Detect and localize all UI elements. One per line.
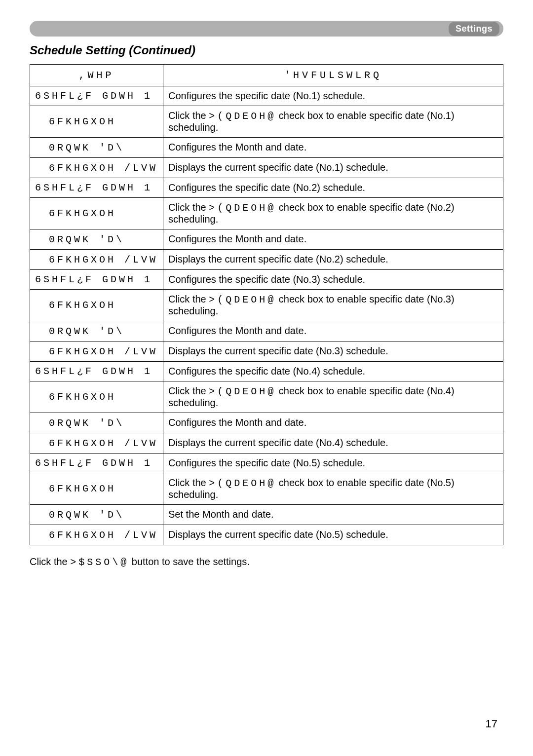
child-item-label: 0RQWK 'D\ — [49, 234, 124, 245]
section-badge: Settings — [449, 22, 499, 36]
parent-item: 6SHFL¿F GDWH 1 — [30, 454, 163, 473]
desc-pre: Configures the Month and date. — [168, 233, 306, 244]
child-item-label: 6FKHGXOH — [49, 391, 116, 403]
child-item-label: 6FKHGXOH — [49, 208, 116, 219]
child-description: Configures the Month and date. — [163, 413, 503, 433]
header-bar-inner: Settings — [30, 21, 503, 37]
child-item: 6FKHGXOH — [30, 381, 163, 413]
child-item-label: 6FKHGXOH /LVW — [49, 162, 158, 174]
apply-button-ref: >$SSO\@ — [70, 557, 129, 568]
child-description: Click the >(QDEOH@ check box to enable s… — [163, 473, 503, 505]
desc-pre: Set the Month and date. — [168, 509, 274, 520]
parent-item: 6SHFL¿F GDWH 1 — [30, 270, 163, 290]
desc-pre: Configures the Month and date. — [168, 417, 306, 428]
page-number: 17 — [486, 718, 497, 730]
enable-ref: >(QDEOH@ — [209, 202, 276, 214]
child-item-label: 0RQWK 'D\ — [49, 142, 124, 153]
child-item: 0RQWK 'D\ — [30, 229, 163, 250]
child-description: Configures the Month and date. — [163, 229, 503, 250]
desc-pre: Click the — [168, 477, 209, 488]
desc-pre: Displays the current specific date (No.2… — [168, 254, 388, 265]
child-item-label: 0RQWK 'D\ — [49, 509, 124, 521]
desc-pre: Click the — [168, 202, 209, 213]
child-description: Set the Month and date. — [163, 505, 503, 525]
parent-description: Configures the specific date (No.5) sche… — [163, 454, 503, 473]
child-item-label: 6FKHGXOH — [49, 300, 116, 311]
enable-ref: >(QDEOH@ — [209, 111, 276, 122]
column-header-item: ,WHP — [30, 65, 163, 86]
header-bar: Settings — [0, 0, 533, 37]
child-item: 6FKHGXOH /LVW — [30, 250, 163, 270]
child-item-label: 6FKHGXOH — [49, 116, 116, 127]
child-item: 6FKHGXOH — [30, 106, 163, 138]
child-item-label: 6FKHGXOH /LVW — [49, 346, 158, 357]
child-item: 0RQWK 'D\ — [30, 321, 163, 341]
column-header-description: 'HVFULSWLRQ — [163, 65, 503, 86]
child-description: Displays the current specific date (No.4… — [163, 433, 503, 454]
child-item: 6FKHGXOH /LVW — [30, 341, 163, 362]
child-description: Displays the current specific date (No.3… — [163, 341, 503, 362]
desc-pre: Configures the Month and date. — [168, 325, 306, 336]
child-item: 6FKHGXOH — [30, 473, 163, 505]
child-description: Displays the current specific date (No.5… — [163, 525, 503, 545]
note-text-pre: Click the — [30, 556, 70, 567]
child-item-label: 6FKHGXOH — [49, 483, 116, 494]
child-item-label: 6FKHGXOH /LVW — [49, 529, 158, 541]
child-item-label: 6FKHGXOH /LVW — [49, 254, 158, 265]
desc-pre: Displays the current specific date (No.5… — [168, 529, 388, 540]
child-item-label: 0RQWK 'D\ — [49, 326, 124, 337]
child-item-label: 0RQWK 'D\ — [49, 417, 124, 429]
save-note: Click the >$SSO\@ button to save the set… — [30, 556, 503, 568]
note-text-post: button to save the settings. — [129, 556, 250, 567]
enable-ref: >(QDEOH@ — [209, 294, 276, 305]
child-item: 6FKHGXOH /LVW — [30, 433, 163, 454]
enable-ref: >(QDEOH@ — [209, 478, 276, 489]
child-description: Click the >(QDEOH@ check box to enable s… — [163, 381, 503, 413]
child-description: Click the >(QDEOH@ check box to enable s… — [163, 106, 503, 138]
desc-pre: Click the — [168, 294, 209, 304]
child-description: Click the >(QDEOH@ check box to enable s… — [163, 290, 503, 321]
parent-description: Configures the specific date (No.4) sche… — [163, 362, 503, 381]
desc-pre: Displays the current specific date (No.1… — [168, 162, 388, 173]
child-item: 0RQWK 'D\ — [30, 505, 163, 525]
parent-description: Configures the specific date (No.1) sche… — [163, 86, 503, 106]
child-item: 0RQWK 'D\ — [30, 138, 163, 158]
settings-table: ,WHP 'HVFULSWLRQ 6SHFL¿F GDWH 1Configure… — [30, 64, 503, 545]
parent-item: 6SHFL¿F GDWH 1 — [30, 86, 163, 106]
desc-pre: Displays the current specific date (No.3… — [168, 345, 388, 356]
child-item: 0RQWK 'D\ — [30, 413, 163, 433]
child-item: 6FKHGXOH /LVW — [30, 158, 163, 178]
parent-item: 6SHFL¿F GDWH 1 — [30, 362, 163, 381]
page-title: Schedule Setting (Continued) — [30, 43, 503, 57]
child-description: Configures the Month and date. — [163, 321, 503, 341]
child-description: Click the >(QDEOH@ check box to enable s… — [163, 198, 503, 229]
desc-pre: Click the — [168, 110, 209, 121]
child-item-label: 6FKHGXOH /LVW — [49, 438, 158, 449]
child-item: 6FKHGXOH — [30, 198, 163, 229]
child-item: 6FKHGXOH /LVW — [30, 525, 163, 545]
child-description: Displays the current specific date (No.1… — [163, 158, 503, 178]
child-description: Displays the current specific date (No.2… — [163, 250, 503, 270]
parent-description: Configures the specific date (No.2) sche… — [163, 178, 503, 198]
page-content: Schedule Setting (Continued) ,WHP 'HVFUL… — [0, 37, 533, 568]
parent-description: Configures the specific date (No.3) sche… — [163, 270, 503, 290]
parent-item: 6SHFL¿F GDWH 1 — [30, 178, 163, 198]
child-description: Configures the Month and date. — [163, 138, 503, 158]
desc-pre: Displays the current specific date (No.4… — [168, 437, 388, 448]
child-item: 6FKHGXOH — [30, 290, 163, 321]
enable-ref: >(QDEOH@ — [209, 386, 276, 397]
desc-pre: Click the — [168, 385, 209, 396]
desc-pre: Configures the Month and date. — [168, 142, 306, 152]
